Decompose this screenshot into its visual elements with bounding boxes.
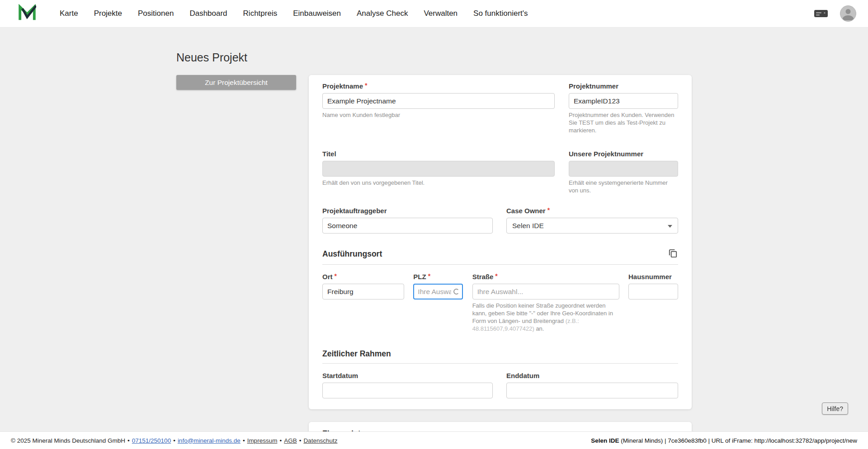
agb-link[interactable]: AGB (284, 437, 297, 444)
page-footer: © 2025 Mineral Minds Deutschland GmbH • … (0, 431, 868, 449)
ort-label: Ort* (322, 273, 404, 281)
copyright-text: © 2025 Mineral Minds Deutschland GmbH (11, 437, 125, 444)
session-user: Selen IDE (591, 437, 619, 444)
server-icon[interactable] (814, 9, 828, 19)
phone-link[interactable]: 07151/250100 (132, 437, 171, 444)
nav-item-so-funktionierts[interactable]: So funktioniert's (473, 9, 528, 18)
main-content: Neues Projekt Zur Projektübersicht Proje… (176, 28, 692, 449)
brand-logo[interactable] (18, 4, 36, 23)
unsere-projektnummer-input (569, 161, 678, 177)
session-details: (Mineral Minds) | 7ce360e83fb0 | URL of … (619, 437, 857, 444)
startdatum-input[interactable] (322, 383, 493, 398)
impressum-link[interactable]: Impressum (247, 437, 278, 444)
hausnummer-input[interactable] (628, 284, 678, 299)
section-divider (322, 264, 678, 265)
case-owner-selected-value: Selen IDE (512, 222, 544, 230)
projektauftraggeber-input[interactable] (322, 218, 493, 234)
copy-icon (668, 248, 678, 260)
projektauftraggeber-label: Projektauftraggeber (322, 207, 493, 215)
nav-item-einbauweisen[interactable]: Einbauweisen (293, 9, 341, 18)
datenschutz-link[interactable]: Datenschutz (303, 437, 337, 444)
startdatum-label: Startdatum (322, 372, 493, 379)
nav-item-verwalten[interactable]: Verwalten (424, 9, 458, 18)
titel-helper: Erhält den von uns vorgegebenen Titel. (322, 179, 555, 187)
separator: • (173, 437, 175, 444)
separator: • (299, 437, 302, 444)
enddatum-input[interactable] (506, 383, 678, 398)
ausfuehrungsort-heading: Ausführungsort (322, 249, 382, 259)
separator: • (243, 437, 245, 444)
strasse-helper: Falls die Position keiner Straße zugeord… (472, 302, 619, 333)
copy-location-button[interactable] (668, 248, 678, 260)
projektname-input[interactable] (322, 93, 555, 109)
mineral-minds-logo-icon (18, 4, 36, 23)
projektnummer-label: Projektnummer (569, 82, 678, 90)
nav-item-karte[interactable]: Karte (60, 9, 78, 18)
email-link[interactable]: info@mineral-minds.de (178, 437, 241, 444)
top-navbar: Karte Projekte Positionen Dashboard Rich… (0, 0, 868, 28)
case-owner-label: Case Owner* (506, 207, 678, 215)
projektname-label: Projektname* (322, 82, 555, 90)
plz-label: PLZ* (413, 273, 463, 281)
strasse-label: Straße* (472, 273, 619, 281)
session-info: Selen IDE (Mineral Minds) | 7ce360e83fb0… (591, 437, 857, 444)
separator: • (279, 437, 282, 444)
case-owner-select[interactable]: Selen IDE (506, 218, 678, 234)
nav-item-analyse-check[interactable]: Analyse Check (357, 9, 408, 18)
projektnummer-helper: Projektnummer des Kunden. Verwenden Sie … (569, 112, 678, 135)
unsere-projektnummer-label: Unsere Projektnummer (569, 150, 678, 158)
required-mark: * (495, 272, 497, 280)
separator: • (127, 437, 130, 444)
projektname-helper: Name vom Kunden festlegbar (322, 112, 555, 119)
nav-item-projekte[interactable]: Projekte (94, 9, 122, 18)
user-avatar-icon[interactable] (840, 5, 856, 22)
titel-label: Titel (322, 150, 555, 158)
nav-item-richtpreis[interactable]: Richtpreis (243, 9, 278, 18)
help-button[interactable]: Hilfe? (822, 402, 848, 415)
main-nav: Karte Projekte Positionen Dashboard Rich… (60, 9, 544, 18)
hausnummer-label: Hausnummer (628, 273, 678, 281)
enddatum-label: Enddatum (506, 372, 678, 379)
projektnummer-input[interactable] (569, 93, 678, 109)
zeitlicher-rahmen-heading: Zeitlicher Rahmen (322, 349, 391, 359)
strasse-input[interactable] (472, 284, 619, 299)
required-mark: * (335, 272, 337, 280)
titel-input (322, 161, 555, 177)
chevron-down-icon (668, 225, 672, 228)
project-form-card: Projektname* Name vom Kunden festlegbar … (309, 75, 692, 409)
nav-item-positionen[interactable]: Positionen (138, 9, 174, 18)
unsere-projektnummer-helper: Erhält eine systemgenerierte Nummer von … (569, 179, 678, 195)
required-mark: * (365, 82, 367, 89)
back-to-project-overview-button[interactable]: Zur Projektübersicht (176, 75, 296, 90)
required-mark: * (428, 272, 430, 280)
section-divider (322, 363, 678, 364)
page-title: Neues Projekt (176, 51, 692, 64)
required-mark: * (547, 206, 550, 214)
nav-item-dashboard[interactable]: Dashboard (189, 9, 227, 18)
ort-input[interactable] (322, 284, 404, 299)
